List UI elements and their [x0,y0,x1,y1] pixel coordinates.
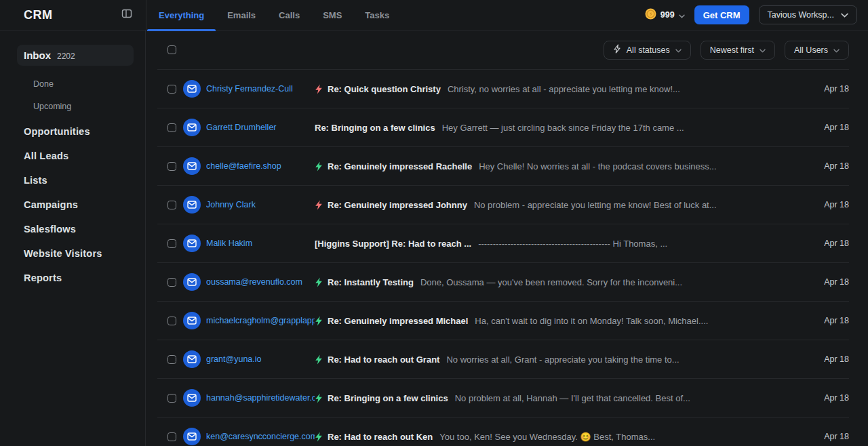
row-checkbox[interactable] [167,355,176,364]
sidebar-item-done[interactable]: Done [0,73,145,95]
email-row[interactable]: Malik Hakim [Higgins Support] Re: Had to… [157,224,849,263]
tab-label: Everything [159,10,204,20]
email-sender: oussama@revenuflo.com [206,277,315,287]
lightning-icon [613,44,621,56]
row-checkbox[interactable] [167,201,176,209]
tab-label: Calls [279,10,300,20]
email-preview: No problem at all, Hannah — I'll get tha… [455,393,808,403]
main-content: All statuses Newest first All Users [146,31,868,446]
email-date: Apr 18 [819,200,849,209]
workspace-dropdown[interactable]: Tavious Worksp... [759,5,857,24]
topbar-divider [146,0,146,31]
email-subject: Re: Genuinely impressed Rachelle [328,161,472,171]
email-type-icon [183,196,201,214]
sidebar-item-reports[interactable]: Reports [0,266,145,290]
sidebar-item-inbox[interactable]: Inbox 2202 [17,45,134,66]
topbar: CRM Everything Emails Calls SMS Tasks 99… [0,0,868,31]
tab-sms[interactable]: SMS [311,0,353,31]
row-checkbox[interactable] [167,278,176,287]
row-checkbox[interactable] [167,432,176,441]
sidebar-item-salesflows[interactable]: Salesflows [0,217,145,241]
coin-icon [645,8,656,22]
email-date: Apr 18 [819,239,849,248]
email-type-icon [183,80,201,98]
email-subject: Re: Genuinely impressed Johnny [328,200,467,210]
email-row[interactable]: Garrett Drumheller Re: Bringing on a few… [157,108,849,147]
sidebar-subitem-label: Done [33,79,54,89]
list-header: All statuses Newest first All Users [157,31,849,70]
email-type-icon [183,350,201,368]
email-row[interactable]: chelle@faefire.shop Re: Genuinely impres… [157,147,849,186]
users-filter-dropdown[interactable]: All Users [785,41,849,60]
row-checkbox[interactable] [167,317,176,325]
sidebar-item-label: Campaigns [24,199,78,210]
statuses-filter-dropdown[interactable]: All statuses [604,41,691,60]
sidebar-item-campaigns[interactable]: Campaigns [0,192,145,217]
tab-calls[interactable]: Calls [267,0,311,31]
sort-dropdown[interactable]: Newest first [701,41,775,60]
topbar-right: 999 Get CRM Tavious Worksp... [645,5,868,24]
email-subject: Re: Bringing on a few clinics [315,123,435,133]
tab-emails[interactable]: Emails [216,0,267,31]
sidebar-item-label: Salesflows [24,224,76,235]
email-row[interactable]: grant@yuna.io Re: Had to reach out Grant… [157,340,849,379]
tab-everything[interactable]: Everything [147,0,216,31]
email-preview: No worries at all, Grant - appreciate yo… [446,354,808,365]
email-row[interactable]: oussama@revenuflo.com Re: Instantly Test… [157,263,849,302]
users-filter-label: All Users [794,45,828,55]
sidebar-collapse-button[interactable] [120,8,134,22]
email-row[interactable]: hannah@sapphiretidewater.com Re: Bringin… [157,379,849,418]
topnav-tabs: Everything Emails Calls SMS Tasks [147,0,401,31]
row-checkbox[interactable] [167,394,176,403]
get-crm-button[interactable]: Get CRM [694,5,749,24]
row-checkbox[interactable] [167,162,176,171]
email-subject: Re: Instantly Testing [328,277,414,287]
row-checkbox[interactable] [167,123,176,132]
email-type-icon [183,389,201,407]
chevron-down-icon [679,9,685,21]
email-sender: Garrett Drumheller [206,123,315,132]
sidebar-item-label: Reports [24,272,62,283]
lightning-bolt-icon [315,200,323,210]
sidebar-panel-icon [121,8,132,22]
email-row[interactable]: michaelcragholm@grapplapp.io Re: Genuine… [157,302,849,340]
inbox-label: Inbox [24,49,51,61]
row-checkbox[interactable] [167,85,176,94]
email-type-icon [183,157,201,175]
email-sender: grant@yuna.io [206,354,315,364]
app-logo: CRM [24,8,53,22]
sidebar-item-label: Website Visitors [24,248,102,259]
email-date: Apr 18 [819,277,849,287]
email-row[interactable]: ken@caresyncconcierge.com Re: Had to rea… [157,418,849,446]
sidebar-item-lists[interactable]: Lists [0,168,145,192]
lightning-bolt-icon [315,277,323,287]
tab-tasks[interactable]: Tasks [353,0,401,31]
chevron-down-icon [841,10,848,20]
email-preview: No problem - appreciate you letting me k… [474,200,808,210]
email-date: Apr 18 [819,161,849,171]
lightning-bolt-icon [315,354,323,365]
sidebar-item-all-leads[interactable]: All Leads [0,144,145,168]
email-preview: ----------------------------------------… [478,239,808,249]
email-sender: michaelcragholm@grapplapp.io [206,316,315,325]
credits-count: 999 [660,10,675,20]
sidebar-item-website-visitors[interactable]: Website Visitors [0,241,145,266]
email-sender: Johnny Clark [206,200,315,209]
lightning-bolt-icon [315,432,323,442]
email-type-icon [183,312,201,329]
sidebar-item-opportunities[interactable]: Opportunities [0,119,145,144]
sidebar-subitem-label: Upcoming [33,102,71,111]
sidebar-item-upcoming[interactable]: Upcoming [0,95,145,117]
email-sender: hannah@sapphiretidewater.com [206,393,315,403]
chevron-down-icon [675,45,682,55]
email-row[interactable]: Christy Fernandez-Cull Re: Quick questio… [157,70,849,108]
lightning-bolt-icon [315,161,323,171]
email-type-icon [183,273,201,291]
credits-menu[interactable]: 999 [645,8,685,22]
row-checkbox[interactable] [167,239,176,248]
lightning-bolt-icon [315,316,323,326]
select-all-checkbox[interactable] [167,45,176,54]
email-row[interactable]: Johnny Clark Re: Genuinely impressed Joh… [157,186,849,224]
email-sender: Malik Hakim [206,239,315,248]
email-sender: ken@caresyncconcierge.com [206,432,315,441]
